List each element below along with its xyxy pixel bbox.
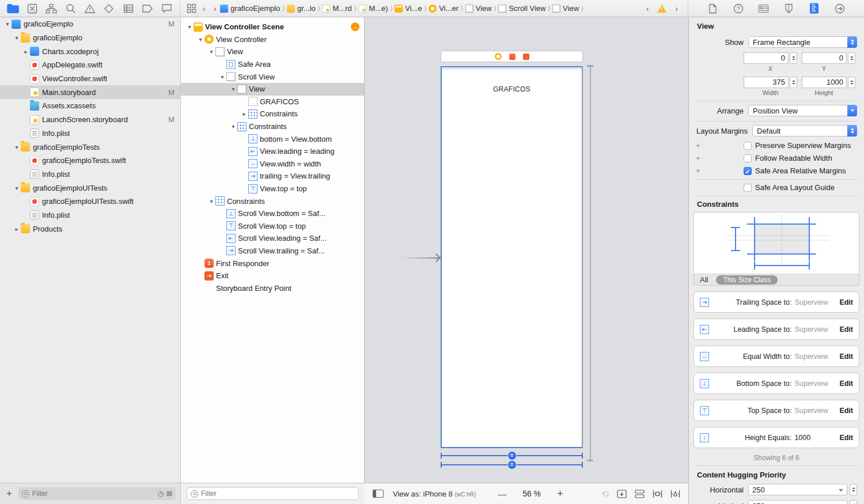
zoom-out-button[interactable]: —: [498, 489, 506, 499]
source-control-navigator-icon[interactable]: [25, 2, 40, 15]
outline-row[interactable]: ↔View.width = width: [181, 158, 364, 170]
related-items-icon[interactable]: [184, 2, 199, 15]
add-file-button[interactable]: +: [5, 488, 14, 499]
jumpbar-item[interactable]: graficoEjemplo: [220, 4, 280, 13]
outline-row[interactable]: GRAFICOS: [181, 96, 364, 108]
stack-icon[interactable]: [635, 490, 645, 498]
file-row[interactable]: Assets.xcassets: [0, 99, 180, 113]
add-constraint-plus-button[interactable]: +: [696, 166, 703, 175]
disclosure-icon[interactable]: ▸: [240, 111, 248, 117]
graficos-label[interactable]: GRAFICOS: [442, 85, 582, 93]
disclosure-icon[interactable]: ▾: [13, 185, 21, 191]
disclosure-icon[interactable]: ▸: [13, 226, 21, 232]
report-navigator-icon[interactable]: [159, 2, 174, 15]
navigator-filter-field[interactable]: ◷ ⊠: [18, 487, 176, 500]
segment-this-size-class[interactable]: This Size Class: [716, 275, 778, 285]
find-navigator-icon[interactable]: [63, 2, 78, 15]
jumpbar-back-icon[interactable]: ‹: [199, 4, 210, 13]
jumpbar-item[interactable]: Vi...er: [429, 4, 458, 13]
jumpbar-item[interactable]: View: [552, 4, 579, 13]
constraint-badge[interactable]: =: [507, 460, 517, 469]
outline-row[interactable]: ⊤Scroll View.top = top: [181, 220, 364, 233]
file-row[interactable]: Info.plist: [0, 127, 180, 141]
jumpbar-item[interactable]: Vi...e: [395, 4, 422, 13]
file-row[interactable]: AppDelegate.swift: [0, 58, 180, 72]
edit-button[interactable]: Edit: [839, 325, 853, 334]
outline-filter-field[interactable]: [187, 487, 359, 500]
jumpbar-item[interactable]: M...rd: [322, 4, 351, 13]
file-row[interactable]: LaunchScreen.storyboardM: [0, 113, 180, 127]
file-row[interactable]: ▾graficoEjemploTests: [0, 140, 180, 154]
resolve-issues-icon[interactable]: [670, 490, 680, 498]
outline-row[interactable]: Exit: [181, 270, 364, 282]
breakpoint-navigator-icon[interactable]: [140, 2, 155, 15]
file-row[interactable]: Info.plist: [0, 168, 180, 181]
warning-icon[interactable]: [657, 5, 666, 13]
size-inspector-icon[interactable]: [807, 2, 822, 15]
jumpbar-item[interactable]: Scroll View: [498, 4, 545, 13]
height-field[interactable]: 1000: [802, 77, 847, 88]
vertical-priority-stepper[interactable]: [850, 500, 857, 504]
file-row[interactable]: graficoEjemploTests.swift: [0, 154, 180, 168]
exit-icon[interactable]: [523, 54, 529, 60]
debug-navigator-icon[interactable]: [121, 2, 136, 15]
edit-button[interactable]: Edit: [839, 434, 853, 442]
test-navigator-icon[interactable]: [101, 2, 116, 15]
outline-row[interactable]: ▾View Controller Scene→: [181, 21, 364, 33]
file-row[interactable]: Main.storyboardM: [0, 85, 180, 99]
outline-row[interactable]: ⇥Scroll View.trailing = Saf...: [181, 245, 364, 257]
connections-inspector-icon[interactable]: [832, 2, 847, 15]
disclosure-icon[interactable]: ▾: [185, 24, 194, 30]
arrange-dropdown[interactable]: Position View: [748, 105, 857, 116]
identity-inspector-icon[interactable]: [756, 2, 771, 15]
checkbox[interactable]: [744, 184, 752, 192]
first-responder-icon[interactable]: [509, 54, 516, 60]
width-field[interactable]: 375: [744, 77, 789, 88]
scm-status-icon[interactable]: ⊠: [166, 490, 172, 498]
storyboard-canvas[interactable]: GRAFICOS = =: [365, 17, 688, 483]
file-row[interactable]: ▾graficoEjemploM: [0, 17, 180, 31]
recent-files-icon[interactable]: ◷: [157, 490, 163, 498]
file-row[interactable]: graficoEjemploUITests.swift: [0, 195, 180, 209]
edit-button[interactable]: Edit: [839, 380, 853, 388]
outline-row[interactable]: Storyboard Entry Point: [181, 282, 364, 294]
file-row[interactable]: ▾graficoEjemplo: [0, 31, 180, 45]
attributes-inspector-icon[interactable]: [782, 2, 797, 15]
disclosure-icon[interactable]: ▾: [13, 144, 21, 150]
jumpbar-item[interactable]: View: [465, 4, 492, 13]
disclosure-icon[interactable]: ▾: [207, 198, 215, 204]
storyboard-entry-point-arrow[interactable]: [401, 257, 439, 259]
outline-row[interactable]: ▾View Controller: [181, 33, 364, 46]
embed-in-icon[interactable]: [617, 490, 627, 498]
outline-row[interactable]: ⊥bottom = View.bottom: [181, 132, 364, 145]
bottom-constraint-line[interactable]: =: [441, 464, 583, 465]
issue-navigator-icon[interactable]: [82, 2, 97, 15]
edit-button[interactable]: Edit: [839, 407, 853, 415]
file-row[interactable]: Info.plist: [0, 209, 180, 222]
y-stepper[interactable]: [848, 52, 855, 64]
outline-toggle-icon[interactable]: [373, 490, 384, 498]
outline-row[interactable]: ▾Constraints: [181, 120, 364, 133]
x-stepper[interactable]: [790, 52, 797, 64]
jumpbar-item[interactable]: gr...lo: [287, 4, 316, 13]
outline-row[interactable]: ▾Scroll View: [181, 70, 364, 83]
x-field[interactable]: 0: [744, 52, 789, 64]
navigator-filter-input[interactable]: [32, 490, 154, 498]
zoom-level[interactable]: 56 %: [522, 489, 541, 498]
width-stepper[interactable]: [790, 77, 797, 88]
disclosure-icon[interactable]: ▾: [218, 74, 226, 80]
jumpbar-item[interactable]: M...e): [358, 4, 388, 13]
outline-row[interactable]: ▾View: [181, 83, 364, 96]
zoom-in-button[interactable]: +: [557, 487, 563, 500]
outline-row[interactable]: ⇤View.leading = leading: [181, 145, 364, 158]
outline-row[interactable]: ▾Constraints: [181, 195, 364, 207]
disclosure-icon[interactable]: ▾: [229, 86, 237, 92]
add-constraint-plus-button[interactable]: +: [696, 141, 703, 150]
disclosure-icon[interactable]: ▾: [196, 36, 204, 43]
segment-all[interactable]: All: [700, 275, 708, 284]
checkbox[interactable]: [744, 154, 752, 162]
selected-view[interactable]: GRAFICOS: [441, 66, 583, 448]
y-field[interactable]: 0: [802, 52, 847, 64]
layout-margins-dropdown[interactable]: Default: [752, 125, 857, 137]
checkbox[interactable]: [744, 167, 752, 175]
